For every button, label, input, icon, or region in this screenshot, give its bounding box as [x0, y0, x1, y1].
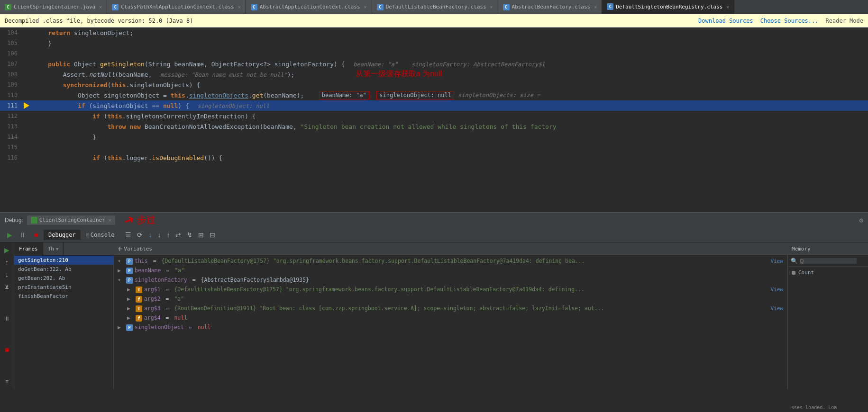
stop-button[interactable]: ■ — [30, 229, 42, 241]
var-val-singletonfactory: {AbstractBeanFactory$lambda@1935} — [201, 277, 309, 283]
tab-ClassPathXml[interactable]: C ClassPathXmlApplicationContext.class ✕ — [107, 0, 246, 14]
var-eq-arg4: = — [163, 314, 173, 321]
var-val-arg4: null — [174, 314, 187, 321]
settings-gear-icon[interactable]: ⚙ — [859, 216, 863, 224]
var-item-beanname[interactable]: ▶ P beanName = "a" — [114, 266, 787, 276]
var-item-arg4[interactable]: ▶ f arg$4 = null — [114, 313, 787, 323]
var-icon-singletonobject: P — [126, 324, 133, 331]
add-variable-btn[interactable]: + — [118, 245, 122, 253]
var-name-arg1: arg$1 — [144, 286, 161, 293]
line-number-111: 111 — [0, 102, 21, 109]
pause-button[interactable]: ⏸ — [17, 229, 28, 241]
threads-header-item[interactable]: Th ▼ — [43, 242, 64, 255]
console-tab-label: Console — [91, 232, 115, 238]
code-line-112: 112 if (this.singletonsCurrentlyInDestru… — [0, 111, 868, 121]
var-item-arg2[interactable]: ▶ f arg$2 = "a" — [114, 295, 787, 304]
btn-grid-view[interactable]: ⊞ — [196, 230, 206, 240]
var-item-this[interactable]: ▾ P this = {DefaultListableBeanFactory@1… — [114, 257, 787, 266]
frame-item-0[interactable]: getSingleton:210 — [14, 256, 113, 265]
tab-close-5[interactable]: ✕ — [594, 4, 597, 9]
frame-item-2[interactable]: getBean:202, Ab — [14, 274, 113, 283]
btn-list-view[interactable]: ☰ — [123, 230, 134, 240]
code-line-106: 106 — [0, 48, 868, 59]
var-view-arg1[interactable]: View — [771, 287, 784, 293]
tab-close-6[interactable]: ✕ — [726, 4, 729, 9]
variables-header: + Variables — [114, 242, 787, 256]
tab-DefaultListable[interactable]: C DefaultListableBeanFactory.class ✕ — [372, 0, 498, 14]
resume-button[interactable]: ▶ — [4, 229, 15, 241]
frames-header-item[interactable]: Frames — [14, 242, 43, 255]
threads-dropdown-icon: ▼ — [56, 247, 58, 251]
tab-AbstractBeanFactory[interactable]: C AbstractBeanFactory.class ✕ — [498, 0, 603, 14]
var-view-this[interactable]: View — [771, 258, 784, 264]
var-item-arg3[interactable]: ▶ f arg$3 = {RootBeanDefinition@1911} "R… — [114, 304, 787, 313]
var-item-arg1[interactable]: ▶ f arg$1 = {DefaultListableBeanFactory@… — [114, 285, 787, 295]
var-eq-beanname: = — [163, 267, 173, 274]
tab-debugger[interactable]: Debugger — [44, 230, 81, 240]
line-number-116: 116 — [0, 154, 21, 161]
action-settings-btn[interactable]: ≡ — [1, 376, 13, 387]
btn-step-into[interactable]: ↓ — [146, 230, 154, 240]
var-icon-arg3: f — [136, 305, 142, 312]
line-content-104: return singletonObject; — [31, 29, 868, 36]
choose-sources-link[interactable]: Choose Sources... — [760, 18, 819, 24]
console-icon: ⊡ — [86, 232, 89, 237]
tab-label-4: DefaultListableBeanFactory.class — [386, 4, 486, 10]
code-line-114: 114 } — [0, 132, 868, 142]
tab-icon-3: C — [251, 4, 257, 10]
btn-step-over[interactable]: ⟳ — [135, 230, 145, 240]
action-filter-btn[interactable]: ⊻ — [1, 281, 13, 293]
frame-label-2: getBean:202, Ab — [18, 275, 65, 281]
var-val-arg2: "a" — [174, 296, 783, 302]
frame-item-3[interactable]: preInstantiateSin — [14, 283, 113, 292]
var-name-arg2: arg$2 — [144, 296, 161, 302]
tab-label-3: AbstractApplicationContext.class — [260, 4, 360, 10]
var-view-arg3[interactable]: View — [771, 305, 784, 312]
debug-header: Debug: ClientSpringContainer ✕ ➜ 步过 ⚙ — [0, 212, 868, 227]
var-item-singletonobject[interactable]: ▶ P singletonObject = null — [114, 323, 787, 332]
debug-session-tab[interactable]: ClientSpringContainer ✕ — [27, 215, 115, 225]
tab-label-2: ClassPathXmlApplicationContext.class — [121, 4, 234, 10]
annotation-beanname: beanName: "a" — [319, 91, 369, 99]
tab-ClientSpringContainer[interactable]: C ClientSpringContainer.java ✕ — [0, 0, 107, 14]
tab-DefaultSingleton[interactable]: C DefaultSingletonBeanRegistry.class ✕ — [602, 0, 734, 14]
current-line-arrow — [24, 102, 29, 109]
line-number-115: 115 — [0, 144, 21, 151]
search-row: 🔍 — [788, 256, 868, 267]
action-pause-btn[interactable]: ⏸ — [1, 313, 13, 324]
tab-close-2[interactable]: ✕ — [238, 4, 241, 9]
tab-close-4[interactable]: ✕ — [490, 4, 493, 9]
action-up-btn[interactable]: ↑ — [1, 257, 13, 268]
btn-trace-current[interactable]: ↯ — [184, 230, 195, 240]
file-info-bar: Decompiled .class file, bytecode version… — [0, 14, 868, 27]
tab-close-1[interactable]: ✕ — [99, 4, 102, 9]
gutter-111 — [21, 102, 31, 109]
var-item-singletonfactory[interactable]: ▾ P singletonFactory = {AbstractBeanFact… — [114, 276, 787, 285]
btn-evaluate[interactable]: ⇄ — [173, 230, 183, 240]
action-play-btn[interactable]: ▶ — [1, 244, 13, 256]
var-name-singletonfactory: singletonFactory — [135, 277, 187, 283]
memory-search-input[interactable] — [800, 258, 857, 264]
action-down-btn[interactable]: ↓ — [1, 269, 13, 280]
variable-list: ▾ P this = {DefaultListableBeanFactory@1… — [114, 256, 787, 333]
debug-session-close[interactable]: ✕ — [109, 217, 111, 223]
tab-icon-2: C — [112, 4, 119, 10]
btn-compact-view[interactable]: ⊟ — [207, 230, 218, 240]
tab-close-3[interactable]: ✕ — [364, 4, 367, 9]
line-number-113: 113 — [0, 123, 21, 130]
tab-label-5: AbstractBeanFactory.class — [512, 4, 591, 10]
frame-item-1[interactable]: doGetBean:322, Ab — [14, 265, 113, 274]
reader-mode-link[interactable]: Reader Mode — [826, 18, 863, 24]
download-sources-link[interactable]: Download Sources — [698, 18, 753, 24]
tab-AbstractApplication[interactable]: C AbstractApplicationContext.class ✕ — [246, 0, 372, 14]
frame-item-4[interactable]: finishBeanFactor — [14, 292, 113, 301]
count-item: Count — [788, 267, 868, 278]
var-eq-arg2: = — [163, 296, 173, 302]
btn-step-out[interactable]: ↓ — [155, 230, 163, 240]
action-stop-btn[interactable]: ■ — [1, 344, 13, 356]
line-content-107: public Object getSingleton(String beanNa… — [31, 61, 868, 68]
var-toggle-arg1: ▶ — [127, 286, 134, 293]
var-eq-this: = — [150, 258, 160, 264]
btn-run-to-cursor[interactable]: ↑ — [164, 230, 172, 240]
tab-console[interactable]: ⊡ Console — [82, 230, 119, 240]
